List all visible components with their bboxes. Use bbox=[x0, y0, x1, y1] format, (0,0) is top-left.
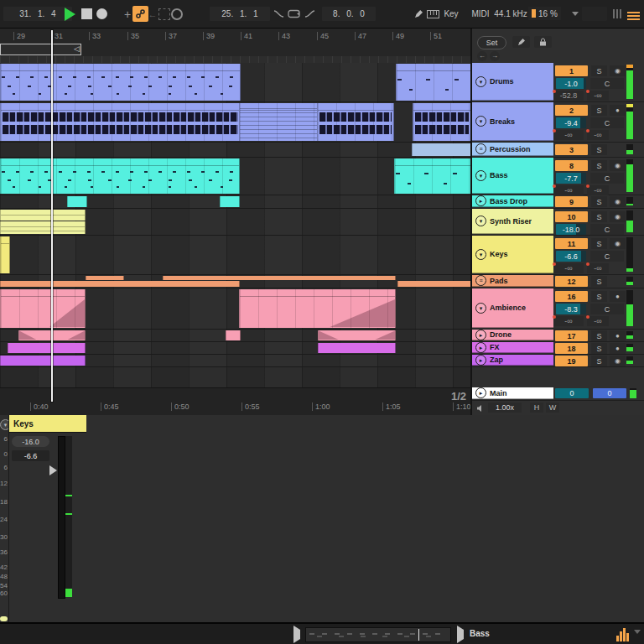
stop-button[interactable] bbox=[80, 6, 92, 22]
down-fold-icon[interactable]: ▾ bbox=[475, 303, 486, 314]
track-row-drums[interactable]: ▾Drums1S◉-1.0C-52.8-∞ bbox=[472, 63, 644, 102]
track-number-button[interactable]: 3 bbox=[555, 144, 588, 155]
volume-display[interactable]: -8.3 bbox=[556, 304, 586, 314]
send-b-display[interactable]: -∞ bbox=[587, 91, 609, 101]
solo-button[interactable]: S bbox=[591, 65, 607, 76]
lane-bass-drop[interactable] bbox=[0, 195, 470, 209]
arm-button[interactable]: ● bbox=[610, 291, 626, 302]
solo-button[interactable]: S bbox=[591, 291, 607, 302]
play-button[interactable] bbox=[63, 6, 76, 22]
re-enable-automation-button[interactable]: ← bbox=[148, 6, 157, 22]
send-b-display[interactable]: -∞ bbox=[587, 185, 609, 195]
track-row-bass[interactable]: ▾Bass8S◉-7.7C-∞-∞ bbox=[472, 158, 644, 195]
clip-pads[interactable] bbox=[397, 281, 471, 287]
send-b-display[interactable]: -∞ bbox=[587, 130, 609, 140]
clip-ambience[interactable] bbox=[239, 289, 396, 328]
down-fold-icon[interactable]: ▾ bbox=[475, 249, 486, 260]
solo-button[interactable]: S bbox=[591, 343, 607, 354]
clip-breaks[interactable] bbox=[317, 103, 394, 141]
lane-zap[interactable] bbox=[0, 355, 470, 367]
automation-mode-button[interactable] bbox=[132, 6, 148, 22]
computer-midi-keyboard-button[interactable] bbox=[426, 6, 440, 22]
clip-percussion[interactable] bbox=[412, 143, 471, 156]
clip-pads[interactable] bbox=[0, 281, 240, 287]
send-a-display[interactable]: -∞ bbox=[553, 130, 584, 140]
track-row-fx[interactable]: ▸FX18S● bbox=[472, 342, 644, 355]
pan-display[interactable]: C bbox=[590, 251, 624, 262]
track-row-keys[interactable]: ▾Keys11S◉-6.6C-∞-∞ bbox=[472, 236, 644, 275]
clip-drums[interactable] bbox=[396, 64, 471, 101]
track-row-main[interactable]: ▸ Main 0 0 bbox=[472, 387, 644, 401]
track-row-ambience[interactable]: ▾Ambience16S●-8.3C-∞-∞ bbox=[472, 288, 644, 330]
draw-mode-button[interactable] bbox=[413, 6, 424, 22]
volume-display[interactable]: -18.0 bbox=[556, 224, 586, 235]
cue-volume-display[interactable]: 0 bbox=[555, 388, 589, 398]
loop-start-display[interactable]: 25. 1. 1 bbox=[210, 7, 270, 21]
pan-display[interactable]: C bbox=[590, 117, 624, 128]
punch-in-button[interactable] bbox=[273, 6, 284, 22]
lane-drums[interactable] bbox=[0, 63, 470, 102]
clip-fx[interactable] bbox=[8, 343, 86, 353]
capture-midi-button[interactable] bbox=[158, 6, 170, 22]
spectrum-icon[interactable] bbox=[616, 628, 629, 641]
solo-button[interactable]: S bbox=[591, 330, 607, 341]
clip-breaks[interactable] bbox=[0, 103, 241, 141]
lane-ambience[interactable] bbox=[0, 288, 470, 330]
track-number-button[interactable]: 11 bbox=[555, 238, 588, 249]
nudge-forward-button[interactable]: → bbox=[490, 51, 500, 61]
clip-pads[interactable] bbox=[163, 276, 396, 280]
main-level-display[interactable]: 0 bbox=[593, 388, 626, 398]
mixer-strip-header-keys[interactable]: Keys bbox=[9, 415, 86, 433]
track-header-bass[interactable]: ▾Bass bbox=[472, 158, 553, 194]
group-fold-icon[interactable]: ≡ bbox=[475, 275, 486, 286]
clip-drums[interactable] bbox=[0, 64, 241, 101]
track-number-button[interactable]: 9 bbox=[555, 196, 588, 207]
solo-button[interactable]: S bbox=[591, 211, 607, 222]
down-fold-icon[interactable]: ▾ bbox=[475, 216, 486, 226]
loop-button[interactable] bbox=[287, 6, 302, 22]
track-number-button[interactable]: 10 bbox=[555, 211, 588, 222]
arm-button[interactable]: ◉ bbox=[610, 160, 626, 171]
nudge-back-button[interactable]: ← bbox=[477, 51, 487, 61]
volume-display[interactable]: -1.0 bbox=[556, 78, 586, 89]
pan-display[interactable]: C bbox=[590, 78, 624, 89]
track-header-bass-drop[interactable]: ▸Bass Drop bbox=[472, 195, 553, 207]
midi-map-button[interactable]: MIDI bbox=[470, 6, 491, 22]
track-number-button[interactable]: 2 bbox=[555, 105, 588, 116]
volume-display[interactable]: -6.6 bbox=[12, 450, 49, 461]
lane-breaks[interactable] bbox=[0, 102, 470, 143]
spectrum-caret[interactable] bbox=[634, 634, 641, 643]
volume-display[interactable]: -6.6 bbox=[556, 251, 586, 262]
arm-button[interactable]: ● bbox=[610, 330, 626, 341]
right-fold-icon[interactable]: ▸ bbox=[475, 342, 486, 353]
track-header-pads[interactable]: ≡Pads bbox=[472, 275, 553, 287]
arm-button[interactable]: ● bbox=[610, 105, 626, 116]
clip-bass-drop[interactable] bbox=[67, 196, 87, 207]
solo-button[interactable]: S bbox=[591, 144, 607, 155]
track-row-zap[interactable]: ▸Zap19S◉ bbox=[472, 355, 644, 367]
lane-synth-riser[interactable] bbox=[0, 209, 470, 236]
arrangement-position-display[interactable]: 31. 1. 4 bbox=[3, 7, 72, 21]
send-b-display[interactable]: -∞ bbox=[587, 263, 609, 273]
track-number-button[interactable]: 8 bbox=[555, 160, 588, 171]
down-fold-icon[interactable]: ▾ bbox=[475, 116, 486, 127]
send-b-display[interactable]: -∞ bbox=[587, 316, 609, 326]
clip-zap[interactable] bbox=[0, 356, 86, 366]
track-row-drone[interactable]: ▸Drone17S● bbox=[472, 330, 644, 342]
track-header-keys[interactable]: ▾Keys bbox=[472, 236, 553, 273]
lock-envelopes-button[interactable] bbox=[534, 36, 552, 48]
track-header-percussion[interactable]: ≡Percussion bbox=[472, 143, 553, 156]
playback-rate-display[interactable]: 1.00x bbox=[488, 402, 522, 413]
arm-button[interactable]: ◉ bbox=[610, 238, 626, 249]
cpu-dropdown-caret[interactable] bbox=[570, 6, 580, 22]
arm-button[interactable]: ◉ bbox=[610, 356, 626, 366]
clip-breaks[interactable] bbox=[413, 103, 471, 141]
clip-bass[interactable] bbox=[394, 158, 471, 194]
clip-breaks[interactable] bbox=[239, 103, 319, 141]
volume-display[interactable]: -9.4 bbox=[556, 117, 586, 128]
fold-right-icon[interactable]: ▸ bbox=[475, 387, 486, 398]
clip-bass[interactable] bbox=[0, 158, 240, 194]
track-header-synth-riser[interactable]: ▾Synth Riser bbox=[472, 209, 553, 234]
arm-button[interactable]: ● bbox=[610, 343, 626, 354]
track-row-breaks[interactable]: ▾Breaks2S●-9.4C-∞-∞ bbox=[472, 102, 644, 143]
